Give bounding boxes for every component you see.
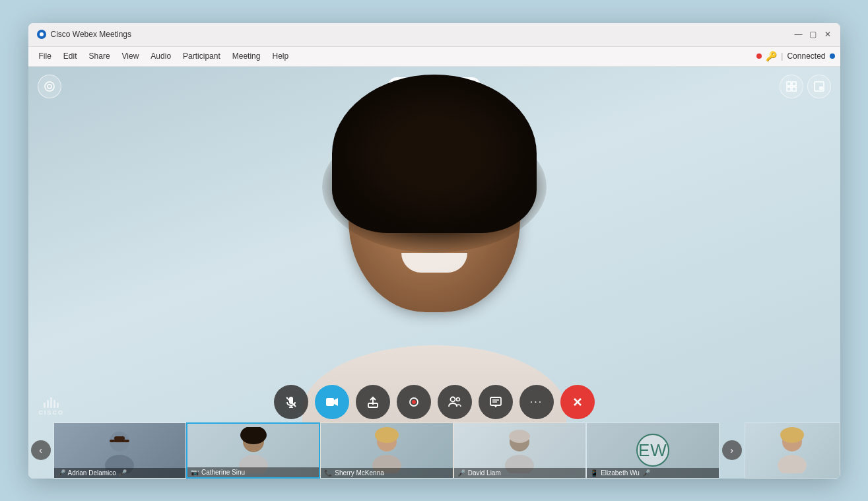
svg-point-1 [40,32,44,36]
more-button[interactable]: ··· [519,385,554,419]
participant-thumb-0[interactable]: 🎤 Adrian Delamico 🎤 [53,422,186,479]
participant-label-2: 📞 Sherry McKenna [321,468,452,478]
bar1 [44,403,46,408]
main-video-area: Catherine Sinu [28,67,840,479]
self-view-button[interactable] [38,75,61,98]
svg-point-40 [509,430,530,443]
extra-participant-video [745,423,840,478]
grid-view-button[interactable] [780,75,803,98]
participant-name-1: Catherine Sinu [201,469,245,476]
bar5 [57,403,59,408]
pip-button[interactable] [807,75,831,98]
participant-initials-4: EW [638,440,667,461]
chat-button[interactable] [479,385,513,419]
menu-view[interactable]: View [117,49,145,63]
menu-file[interactable]: File [34,49,57,63]
svg-point-2 [45,82,54,91]
camera-icon [44,81,55,92]
connected-indicator [830,53,835,59]
participant-thumb-1[interactable]: 📷 Catherine Sinu [186,422,320,479]
chat-icon [489,395,502,409]
maximize-button[interactable]: ▢ [809,30,818,39]
participant-name-2: Sherry McKenna [335,469,384,477]
svg-point-43 [780,427,804,443]
menu-share[interactable]: Share [84,49,116,63]
menu-edit[interactable]: Edit [58,49,83,63]
svg-rect-6 [787,82,791,86]
participant-label-3: 🎤 David Liam [454,468,585,478]
menu-help[interactable]: Help [267,49,294,63]
titlebar: Cisco Webex Meetings — ▢ ✕ [28,23,840,47]
person-avatar-3 [500,427,539,473]
control-bar: ··· [274,385,595,419]
end-call-button[interactable] [560,385,595,419]
app-window: Cisco Webex Meetings — ▢ ✕ File Edit Sha… [28,23,840,479]
record-icon [407,395,420,409]
svg-marker-17 [334,398,338,406]
top-right-controls [780,75,831,98]
video-icon [325,395,339,409]
participant-label-4: 📱 Elizabeth Wu 🎤 [587,468,718,478]
video-button[interactable] [315,385,349,419]
svg-rect-23 [490,397,501,405]
participant-thumb-3[interactable]: 🎤 David Liam [453,422,586,479]
person-avatar-1 [234,427,273,473]
svg-point-22 [456,397,459,401]
participant-mute-0: 🎤 [119,469,127,477]
svg-point-21 [450,397,455,401]
smile-detail [401,253,467,273]
participant-icon-4: 📱 [590,469,598,477]
close-button[interactable]: ✕ [823,30,832,39]
menu-audio[interactable]: Audio [145,49,176,63]
svg-point-20 [412,400,416,404]
participant-mute-4: 🎤 [642,469,650,477]
participant-icon-2: 📞 [324,469,332,477]
bar2 [47,400,49,408]
minimize-button[interactable]: — [794,30,803,39]
share-button[interactable] [356,385,390,419]
bar4 [53,400,55,408]
svg-rect-11 [819,86,823,90]
more-dots-icon: ··· [530,397,543,407]
connected-label: Connected [787,51,825,61]
mute-icon [284,395,298,409]
participant-name-4: Elizabeth Wu [601,469,640,477]
cisco-logo: CISCO [39,397,65,416]
bar3 [50,397,52,408]
svg-rect-9 [792,87,796,91]
strip-next-button[interactable]: › [722,440,742,460]
app-title: Cisco Webex Meetings [51,30,132,39]
menu-meeting[interactable]: Meeting [227,49,266,63]
participant-name-0: Adrian Delamico [68,469,116,477]
window-controls: — ▢ ✕ [794,30,832,39]
pip-icon [814,81,824,92]
participants-button[interactable] [438,385,472,419]
connection-status: 🔑 | Connected [756,51,834,61]
participant-icon-3: 🎤 [457,469,465,477]
participants-row: 🎤 Adrian Delamico 🎤 [53,422,719,479]
participant-thumb-4[interactable]: EW 📱 Elizabeth Wu 🎤 [586,422,719,479]
cisco-bars-icon [44,397,59,408]
app-logo: Cisco Webex Meetings [36,29,132,40]
cisco-text: CISCO [39,409,65,416]
person-silhouette [263,94,606,477]
participant-thumb-2[interactable]: 📞 Sherry McKenna [320,422,453,479]
svg-rect-31 [110,440,129,442]
mute-button[interactable] [274,385,308,419]
participant-icon-1: 📷 [191,469,199,476]
record-indicator [756,53,762,59]
person-avatar-0 [100,427,139,473]
svg-rect-8 [787,87,791,91]
svg-point-37 [375,427,399,443]
participant-strip: ‹ 🎤 [28,422,840,479]
record-button[interactable] [397,385,431,419]
menubar: File Edit Share View Audio Participant M… [28,47,840,67]
participants-icon [448,395,462,409]
strip-prev-button[interactable]: ‹ [31,440,51,460]
extra-participant-thumb[interactable] [745,422,840,479]
menu-participant[interactable]: Participant [178,49,226,63]
person-avatar-2 [367,427,407,473]
participant-label-1: 📷 Catherine Sinu [187,467,319,477]
svg-point-3 [48,84,51,88]
end-call-icon [571,395,584,409]
